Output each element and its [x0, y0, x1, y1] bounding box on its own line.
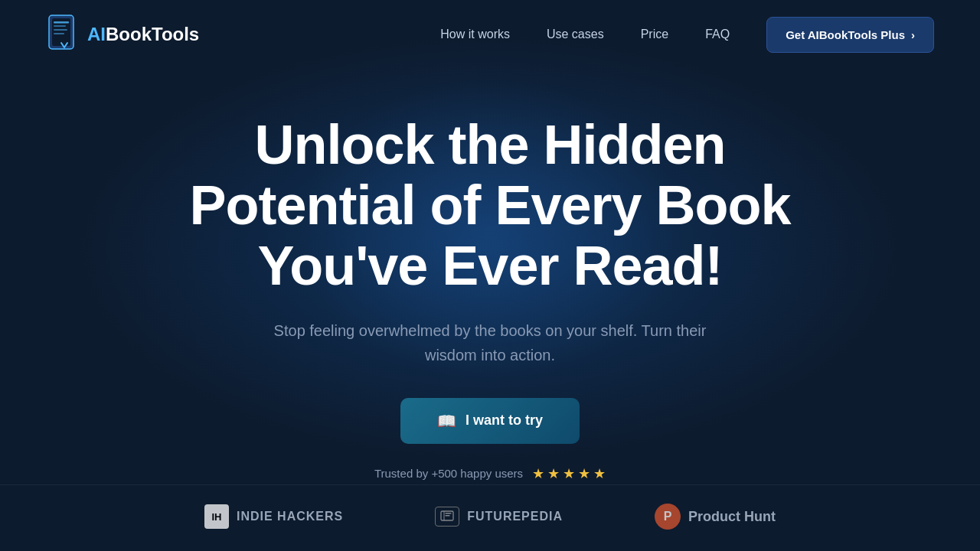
get-plus-button[interactable]: Get AIBookTools Plus ›	[766, 17, 934, 53]
futurepedia-badge	[435, 507, 459, 527]
hero-subtitle: Stop feeling overwhelmed by the books on…	[253, 318, 727, 367]
svg-rect-8	[446, 513, 452, 514]
futurepedia-icon	[440, 510, 454, 523]
want-to-try-button[interactable]: 📖 I want to try	[400, 398, 580, 444]
star-2: ★	[547, 465, 560, 482]
brands-bar: IH INDIE HACKERS FUTUREPEDIA P Product H…	[0, 484, 980, 551]
logo-icon	[46, 14, 80, 55]
trust-text: Trusted by +500 happy users	[374, 467, 523, 480]
star-rating: ★ ★ ★ ★ ★	[532, 465, 606, 482]
nav-price[interactable]: Price	[641, 28, 668, 41]
arrow-icon: ›	[911, 28, 915, 41]
star-5: ★	[593, 465, 606, 482]
logo[interactable]: AIBookTools	[46, 14, 199, 55]
svg-rect-4	[54, 29, 67, 31]
trust-row: Trusted by +500 happy users ★ ★ ★ ★ ★	[374, 465, 606, 482]
ph-badge: P	[655, 504, 681, 530]
book-icon: 📖	[437, 412, 456, 430]
navbar: AIBookTools How it works Use cases Price…	[0, 0, 980, 69]
star-4: ★	[578, 465, 590, 482]
star-1: ★	[532, 465, 544, 482]
brand-indie-hackers: IH INDIE HACKERS	[204, 504, 343, 529]
futurepedia-label: FUTUREPEDIA	[467, 510, 563, 523]
nav-how-it-works[interactable]: How it works	[440, 28, 510, 41]
brand-futurepedia: FUTUREPEDIA	[435, 507, 563, 527]
svg-rect-9	[446, 515, 450, 517]
hero-title: Unlock the Hidden Potential of Every Boo…	[161, 115, 819, 297]
svg-rect-2	[54, 21, 69, 24]
logo-text: AIBookTools	[87, 24, 199, 45]
nav-links: How it works Use cases Price FAQ Get AIB…	[440, 17, 934, 53]
try-button-label: I want to try	[466, 412, 543, 429]
indie-hackers-label: INDIE HACKERS	[237, 510, 343, 523]
hero-section: Unlock the Hidden Potential of Every Boo…	[0, 69, 980, 482]
brand-product-hunt: P Product Hunt	[655, 504, 776, 530]
star-3: ★	[563, 465, 575, 482]
product-hunt-label: Product Hunt	[688, 509, 776, 525]
svg-rect-5	[54, 33, 64, 34]
ih-badge: IH	[204, 504, 229, 529]
nav-use-cases[interactable]: Use cases	[547, 28, 604, 41]
nav-faq[interactable]: FAQ	[705, 28, 730, 41]
get-plus-label: Get AIBookTools Plus	[786, 28, 905, 41]
svg-rect-3	[54, 25, 66, 27]
